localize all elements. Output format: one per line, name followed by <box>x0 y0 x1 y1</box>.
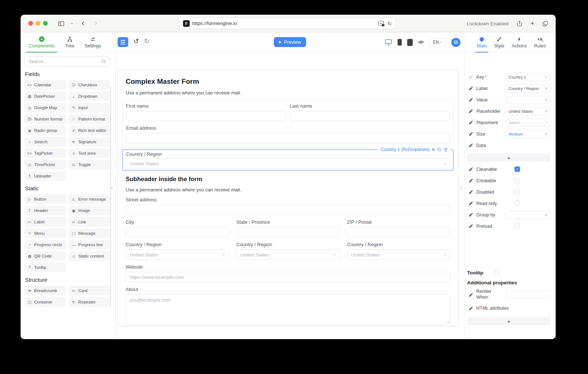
placement-select[interactable]: Select › <box>506 119 551 127</box>
reload-icon[interactable]: ↻ <box>387 21 392 26</box>
component-chip[interactable]: = Menu <box>24 229 66 238</box>
component-chip[interactable]: ▩ QR Code <box>24 251 66 261</box>
code-view-icon[interactable]: </> <box>418 40 423 45</box>
value-input[interactable]: × <box>506 96 551 104</box>
edit-property-icon[interactable] <box>469 109 473 114</box>
collapse-inspector-chevron[interactable]: › <box>460 185 462 190</box>
clear-icon[interactable]: × <box>545 98 548 102</box>
tab-components[interactable]: + Components <box>29 32 55 52</box>
add-component-icon[interactable]: + <box>432 147 435 152</box>
component-chip[interactable]: ↻ Repeater <box>68 297 110 307</box>
add-property-button[interactable]: + <box>467 154 551 162</box>
tooltip-checkbox[interactable]: ✓ <box>494 270 500 276</box>
disabled-checkbox[interactable]: ✓ <box>514 189 520 195</box>
component-chip[interactable]: ▦ DatePicker <box>24 91 66 101</box>
share-icon[interactable] <box>516 20 523 27</box>
edit-property-icon[interactable] <box>469 97 473 102</box>
clear-icon[interactable]: × <box>545 213 548 217</box>
clear-icon[interactable]: × <box>545 86 548 91</box>
zip-input[interactable] <box>347 227 450 237</box>
redo-icon[interactable]: ↻ <box>144 38 150 44</box>
edit-property-icon[interactable] <box>469 132 473 136</box>
component-chip[interactable]: ⚠ Error message <box>68 194 110 204</box>
edit-property-icon[interactable] <box>469 167 473 172</box>
translate-icon[interactable]: A <box>378 21 384 26</box>
placeholder-input[interactable]: United States × <box>506 107 551 115</box>
desktop-view-icon[interactable] <box>385 39 392 46</box>
component-chip[interactable]: ▭ Card <box>68 286 110 295</box>
component-chip[interactable]: <> Calendar <box>24 80 66 90</box>
component-chip[interactable]: ▭ Label <box>24 217 66 227</box>
last-name-input[interactable] <box>290 111 450 121</box>
new-tab-icon[interactable]: + <box>530 20 534 27</box>
component-chip[interactable]: ◇ Static content <box>68 251 110 261</box>
form-settings-gear-icon[interactable]: ⚙ <box>451 38 460 47</box>
collapse-sidebar-chevron[interactable]: ‹ <box>111 185 113 190</box>
country-select[interactable]: United States › <box>347 249 450 260</box>
component-search[interactable] <box>24 57 110 66</box>
add-additional-property-button[interactable]: + <box>467 317 551 325</box>
component-chip[interactable]: ◎ Google Map <box>24 103 66 112</box>
tab-rules[interactable]: AB✓ Rules <box>534 32 546 52</box>
tab-actions[interactable]: Actions <box>512 32 527 52</box>
edit-property-icon[interactable] <box>469 143 473 148</box>
component-chip[interactable]: ≫ Breadcrumb <box>24 286 66 295</box>
component-chip[interactable]: ✒ Signature <box>68 137 110 147</box>
cleanable-checkbox[interactable]: ✓ <box>514 166 520 172</box>
key-input[interactable]: Country 1 ✓ <box>506 73 551 81</box>
back-icon[interactable]: ‹ <box>82 19 84 27</box>
size-input[interactable]: Medium × <box>506 130 551 138</box>
component-chip[interactable]: ✎ Input <box>68 103 110 112</box>
groupby-input[interactable]: × <box>506 211 551 219</box>
edit-property-icon[interactable] <box>469 120 473 125</box>
sidebar-toggle-icon[interactable] <box>58 20 65 27</box>
sidebar-chevron-down-icon[interactable]: › <box>70 23 74 24</box>
component-chip[interactable]: ≡ Text area <box>68 148 110 158</box>
component-chip[interactable]: 25 Number format <box>24 114 66 124</box>
preview-button[interactable]: ▶ Preview <box>274 37 306 47</box>
selected-component-outline[interactable]: Country 1 (RsDropdown) + Country / Regio… <box>122 150 453 170</box>
tab-style[interactable]: Style <box>494 32 505 52</box>
tablet-view-icon[interactable] <box>407 39 413 46</box>
component-chip[interactable]: ↥ Uploader <box>24 171 66 181</box>
edit-property-icon[interactable] <box>469 75 473 79</box>
edit-property-icon[interactable] <box>469 178 473 183</box>
mobile-view-icon[interactable] <box>398 39 402 46</box>
component-chip[interactable]: ∷ Pattern format <box>68 114 110 124</box>
tab-main[interactable]: Main <box>477 32 487 52</box>
search-input[interactable] <box>28 59 101 65</box>
label-input[interactable]: Country / Region × <box>506 84 551 93</box>
component-chip[interactable]: <> TagPicker <box>24 148 66 158</box>
about-textarea[interactable] <box>126 294 450 324</box>
country-select[interactable]: United States › <box>236 249 340 260</box>
state-input[interactable] <box>236 227 340 237</box>
edit-property-icon[interactable] <box>469 292 473 297</box>
language-select[interactable]: EN › <box>429 37 446 47</box>
undo-icon[interactable]: ↺ <box>133 38 139 44</box>
component-chip[interactable]: ? Tooltip <box>24 263 66 272</box>
edit-property-icon[interactable] <box>469 306 473 311</box>
creatable-checkbox[interactable]: ✓ <box>514 178 520 183</box>
tab-settings[interactable]: Settings <box>85 32 101 52</box>
component-chip[interactable]: T Header <box>24 206 66 215</box>
address-bar[interactable]: F https://formengine.io A ↻ <box>179 18 396 29</box>
component-chip[interactable]: ◉ Radio group <box>24 126 66 135</box>
tab-tree[interactable]: Tree <box>65 32 74 52</box>
forward-icon[interactable]: › <box>94 19 97 27</box>
component-chip[interactable]: ∞ Link <box>68 217 110 227</box>
component-chip[interactable]: — Progress line <box>68 240 110 249</box>
preload-checkbox[interactable]: ✓ <box>514 223 520 229</box>
component-chip[interactable]: ▣ Image <box>68 206 110 215</box>
edit-property-icon[interactable] <box>469 224 473 229</box>
minimize-button[interactable] <box>36 21 40 26</box>
close-button[interactable] <box>28 21 33 26</box>
readonly-checkbox[interactable]: ✓ <box>514 201 520 206</box>
component-chip[interactable]: ▷ Button <box>24 194 66 204</box>
tab-overview-icon[interactable] <box>542 21 548 27</box>
email-input[interactable] <box>126 133 450 143</box>
website-input[interactable] <box>126 272 450 282</box>
edit-property-icon[interactable] <box>469 86 473 91</box>
edit-property-icon[interactable] <box>469 201 473 206</box>
first-name-input[interactable] <box>126 111 286 121</box>
component-chip[interactable]: ⌄ Dropdown <box>68 91 110 101</box>
